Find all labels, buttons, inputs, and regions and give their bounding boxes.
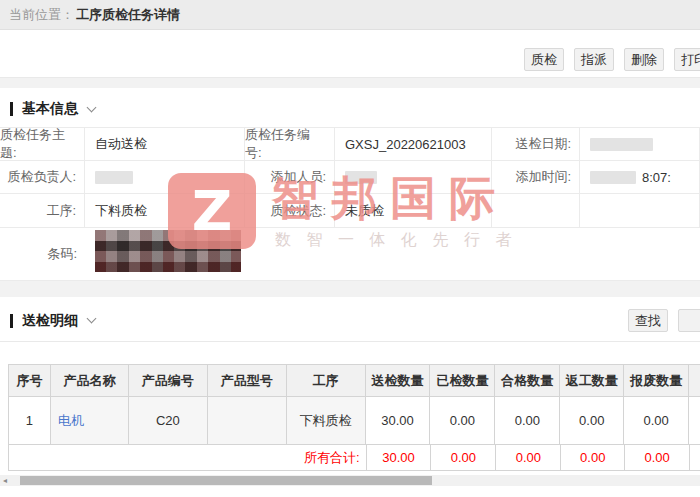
detail-header: 送检明细 查找 (0, 297, 700, 341)
col-header: 返工数量 (560, 365, 624, 397)
table-header-row: 序号 产品名称 产品编号 产品型号 工序 送检数量 已检数量 合格数量 返工数量… (9, 365, 700, 397)
page-title: 工序质检任务详情 (76, 6, 180, 24)
redacted-block (590, 138, 653, 151)
total-passed-qty: 0.00 (495, 445, 560, 471)
delete-button[interactable]: 删除 (624, 48, 664, 71)
product-link[interactable]: 电机 (58, 412, 84, 430)
table-total-row: 所有合计: 30.00 0.00 0.00 0.00 0.00 (9, 445, 700, 471)
col-header: 已检数量 (430, 365, 495, 397)
chevron-down-icon[interactable] (87, 102, 97, 112)
added-time-suffix: 8:07: (642, 170, 671, 185)
assign-button[interactable]: 指派 (574, 48, 614, 71)
empty-label-cell (492, 194, 580, 228)
breadcrumb-bar: 当前位置： 工序质检任务详情 (0, 0, 700, 30)
total-sent-qty: 30.00 (366, 445, 431, 471)
added-time-label: 添加时间: (492, 161, 580, 194)
col-header: 工序 (287, 365, 366, 397)
cell-filler (689, 397, 700, 445)
section-divider (0, 78, 700, 88)
col-header: 合格数量 (495, 365, 560, 397)
chevron-down-icon[interactable] (87, 314, 97, 324)
cell-sent-qty: 30.00 (366, 397, 431, 445)
total-scrap-qty: 0.00 (624, 445, 689, 471)
col-header-filler (689, 365, 700, 397)
basic-info-title: 基本信息 (22, 100, 78, 118)
find-button[interactable]: 查找 (628, 309, 668, 332)
cell-scrap-qty: 0.00 (624, 397, 689, 445)
col-header: 产品编号 (129, 365, 208, 397)
cell-index: 1 (9, 397, 51, 445)
inspect-button[interactable]: 质检 (524, 48, 564, 71)
barcode-label: 条码: (0, 228, 85, 281)
col-header: 送检数量 (366, 365, 431, 397)
cutoff-button[interactable] (678, 309, 700, 332)
col-header: 产品名称 (51, 365, 129, 397)
redacted-block (95, 171, 133, 184)
task-no-value: GXSJ_20220621003 (335, 128, 492, 161)
task-no-label: 质检任务编号: (245, 128, 335, 161)
detail-table: 序号 产品名称 产品编号 产品型号 工序 送检数量 已检数量 合格数量 返工数量… (8, 364, 700, 471)
scrollbar-thumb[interactable] (20, 476, 432, 485)
total-filler (689, 445, 700, 471)
scroll-left-arrow-icon[interactable]: ◂ (3, 475, 7, 486)
cell-product-code: C20 (129, 397, 208, 445)
redacted-barcode-block (95, 230, 241, 272)
detail-section: 送检明细 查找 序号 产品名称 产品编号 产品型号 工序 送检数量 已检数量 合… (0, 297, 700, 486)
send-date-label: 送检日期: (492, 128, 580, 161)
redacted-block (345, 171, 377, 184)
col-header: 产品型号 (208, 365, 287, 397)
total-checked-qty: 0.00 (430, 445, 495, 471)
breadcrumb-prefix: 当前位置： (9, 6, 74, 24)
process-label: 工序: (0, 194, 85, 228)
subject-label: 质检任务主题: (0, 128, 85, 161)
basic-info-section: 基本信息 质检任务主题: 自动送检 质检任务编号: GXSJ_202206210… (0, 88, 700, 281)
action-toolbar: 质检 指派 删除 打印 (0, 30, 700, 78)
total-blank (9, 445, 287, 471)
added-by-value (335, 161, 492, 194)
cell-product-model (208, 397, 287, 445)
total-label: 所有合计: (287, 445, 366, 471)
col-header: 序号 (9, 365, 51, 397)
print-button[interactable]: 打印 (674, 48, 700, 71)
total-rework-qty: 0.00 (560, 445, 624, 471)
basic-info-header: 基本信息 (0, 88, 700, 127)
inspector-value (85, 161, 245, 194)
section-marker (10, 102, 13, 116)
send-date-value (580, 128, 700, 161)
cell-process: 下料质检 (287, 397, 366, 445)
empty-value-cell (580, 194, 700, 228)
section-divider (0, 281, 700, 297)
cell-rework-qty: 0.00 (560, 397, 624, 445)
subject-value: 自动送检 (85, 128, 245, 161)
basic-info-form: 质检任务主题: 自动送检 质检任务编号: GXSJ_20220621003 送检… (0, 127, 700, 281)
inspector-label: 质检负责人: (0, 161, 85, 194)
detail-table-wrapper: 序号 产品名称 产品编号 产品型号 工序 送检数量 已检数量 合格数量 返工数量… (0, 342, 700, 471)
horizontal-scrollbar[interactable]: ◂ (0, 475, 700, 486)
table-row: 1 电机 C20 下料质检 30.00 0.00 0.00 0.00 0.00 (9, 397, 700, 445)
section-marker (10, 314, 13, 328)
process-value: 下料质检 (85, 194, 245, 228)
col-header: 报废数量 (624, 365, 689, 397)
redacted-block (590, 171, 636, 184)
cell-product-name: 电机 (51, 397, 129, 445)
detail-title: 送检明细 (22, 312, 78, 330)
status-value: 未质检 (335, 194, 492, 228)
cell-passed-qty: 0.00 (495, 397, 560, 445)
added-time-value: 8:07: (580, 161, 700, 194)
added-by-label: 添加人员: (245, 161, 335, 194)
cell-checked-qty: 0.00 (430, 397, 495, 445)
status-label: 质检状态: (245, 194, 335, 228)
barcode-value (85, 228, 700, 281)
